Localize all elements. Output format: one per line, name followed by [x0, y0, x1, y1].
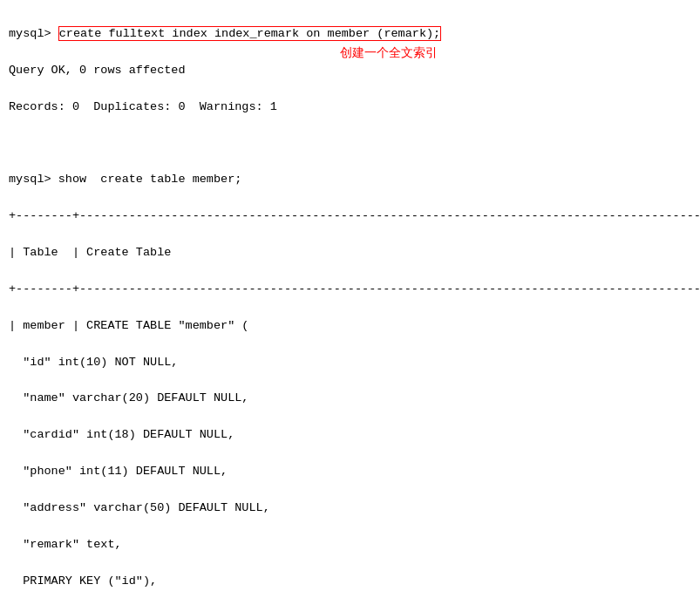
member-row-8: PRIMARY KEY ("id"),	[9, 573, 691, 591]
command-line-1: mysql> create fulltext index index_remar…	[9, 25, 691, 44]
command-line-2: mysql> show create table member;	[9, 171, 691, 189]
member-row-3: "name" varchar(20) DEFAULT NULL,	[9, 390, 691, 408]
annotation-text: 创建一个全文索引	[340, 45, 438, 61]
member-row-4: "cardid" int(18) DEFAULT NULL,	[9, 426, 691, 445]
member-row-2: "id" int(10) NOT NULL,	[9, 354, 691, 372]
member-row-6: "address" varchar(50) DEFAULT NULL,	[9, 499, 691, 518]
command-1-highlight: create fulltext index index_remark on me…	[58, 26, 441, 41]
sep-header: +--------+------------------------------…	[9, 281, 691, 299]
query-ok-line: Query OK, 0 rows affected	[9, 62, 691, 80]
member-row-1: | member | CREATE TABLE "member" ( |	[9, 317, 691, 336]
table-header-row: | Table | Create Table |	[9, 244, 691, 262]
member-row-5: "phone" int(11) DEFAULT NULL,	[9, 463, 691, 481]
prompt-1: mysql>	[9, 27, 58, 40]
member-row-7: "remark" text,	[9, 536, 691, 554]
prompt-2: mysql>	[9, 173, 58, 186]
terminal-output: mysql> create fulltext index index_remar…	[9, 7, 691, 598]
sep-top: +--------+------------------------------…	[9, 207, 691, 226]
affected-text: affected	[129, 64, 186, 77]
command-2-text: show create table member;	[58, 173, 242, 186]
records-line: Records: 0 Duplicates: 0 Warnings: 1	[9, 99, 691, 117]
blank-1	[9, 134, 691, 153]
